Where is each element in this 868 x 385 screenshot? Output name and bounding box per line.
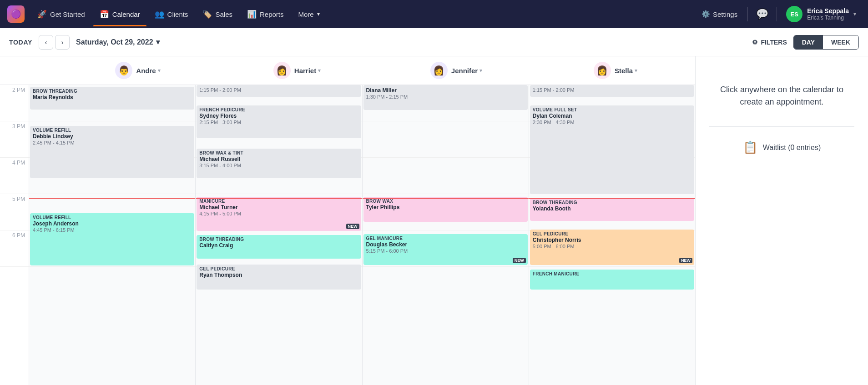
waitlist[interactable]: 📋 Waitlist (0 entries) (743, 140, 821, 155)
schedule-col-stella[interactable]: 1:15 PM - 2:00 PM VOLUME FULL SET Dylan … (529, 85, 695, 385)
filters-button[interactable]: ⚙ FILTERS (752, 39, 787, 46)
staff-label-andre: Andre (136, 67, 156, 75)
staff-label-stella: Stella (615, 67, 633, 75)
chevron-down-icon: ▾ (317, 11, 320, 17)
nav-get-started[interactable]: 🚀 Get Started (31, 6, 91, 23)
staff-chevron-andre: ▾ (158, 68, 161, 74)
settings-label: Settings (713, 10, 737, 18)
staff-col-stella[interactable]: 👩 Stella ▾ (536, 56, 695, 85)
staff-avatar-stella: 👩 (594, 62, 611, 79)
calendar-grid[interactable]: 2 PM 3 PM 4 PM 5 PM 6 PM BROW THREADIN (0, 85, 695, 385)
calendar-icon: 📅 (100, 10, 109, 19)
appt-manicure-michael-turner[interactable]: MANICURE Michael Turner 4:15 PM - 5:00 P… (197, 197, 361, 231)
navbar: 🟣 🚀 Get Started 📅 Calendar 👥 Clients 🏷️ … (0, 0, 868, 28)
schedule-col-harriet[interactable]: 1:15 PM - 2:00 PM FRENCH PEDICURE Sydney… (196, 85, 362, 385)
appt-volume-refill-joseph[interactable]: VOLUME REFILL Joseph Anderson 4:45 PM - … (30, 213, 194, 265)
nav-right: ⚙️ Settings 💬 ES Erica Seppala Erica's T… (696, 2, 861, 26)
staff-avatar-harriet: 👩 (273, 62, 291, 79)
schedule-col-andre[interactable]: BROW THREADING Maria Reynolds VOLUME REF… (29, 85, 196, 385)
avatar-initials: ES (791, 11, 798, 18)
appt-brow-threading-caitlyn[interactable]: BROW THREADING Caitlyn Craig (197, 235, 361, 259)
user-info: Erica Seppala Erica's Tanning (807, 7, 849, 21)
appt-brow-wax-tint-michael[interactable]: BROW WAX & TINT Michael Russell 3:15 PM … (197, 149, 361, 178)
staff-chevron-stella: ▾ (635, 68, 637, 74)
time-slot-6pm: 6 PM (0, 230, 29, 267)
nav-calendar[interactable]: 📅 Calendar (93, 6, 146, 23)
appt-diana-miller[interactable]: Diana Miller 1:30 PM - 2:15 PM (363, 85, 528, 110)
next-day-button[interactable]: › (55, 35, 70, 50)
today-button[interactable]: TODAY (9, 39, 32, 46)
chat-button[interactable]: 💬 (752, 5, 772, 24)
new-badge: NEW (346, 224, 359, 229)
nav-more-label: More (298, 10, 314, 18)
time-slot-2pm: 2 PM (0, 85, 29, 121)
right-panel: Click anywhere on the calendar to create… (695, 56, 868, 385)
filters-label: FILTERS (761, 39, 787, 46)
time-slot-3pm: 3 PM (0, 121, 29, 158)
staff-label-harriet: Harriet (294, 67, 316, 75)
nav-sales-label: Sales (215, 10, 232, 18)
view-toggle: DAY WEEK (793, 35, 859, 50)
appt-gel-manicure-douglas[interactable]: GEL MANICURE Douglas Becker 5:15 PM - 6:… (363, 234, 528, 265)
date-picker[interactable]: Saturday, Oct 29, 2022 ▾ (76, 38, 160, 46)
nav-get-started-label: Get Started (50, 10, 85, 18)
nav-more[interactable]: More ▾ (292, 7, 326, 22)
appt-brow-threading-maria[interactable]: BROW THREADING Maria Reynolds (30, 87, 194, 110)
time-slot-4pm: 4 PM (0, 158, 29, 194)
week-view-button[interactable]: WEEK (823, 35, 858, 49)
appt-volume-full-set-dylan[interactable]: VOLUME FULL SET Dylan Coleman 2:30 PM - … (530, 105, 694, 194)
rocket-icon: 🚀 (37, 10, 47, 19)
staff-avatar-jennifer: 👩 (430, 62, 448, 79)
user-menu[interactable]: ES Erica Seppala Erica's Tanning ▾ (782, 2, 861, 26)
staff-col-andre[interactable]: 👨 Andre ▾ (58, 56, 217, 85)
prev-day-button[interactable]: ‹ (39, 35, 53, 50)
calendar-area: 👨 Andre ▾ 👩 Harriet ▾ 👩 Jennifer ▾ (0, 56, 695, 385)
user-biz: Erica's Tanning (807, 15, 849, 21)
nav-reports-label: Reports (260, 10, 284, 18)
logo[interactable]: 🟣 (7, 5, 25, 23)
current-time-indicator (29, 198, 195, 199)
staff-avatar-andre: 👨 (115, 62, 132, 79)
appt-gel-pedicure-christopher[interactable]: GEL PEDICURE Christopher Norris 5:00 PM … (530, 230, 694, 265)
user-chevron-icon: ▾ (853, 11, 856, 17)
nav-reports[interactable]: 📊 Reports (241, 6, 290, 23)
filters-icon: ⚙ (752, 39, 758, 46)
current-time-indicator-stella (529, 198, 695, 199)
appt-brow-threading-yolanda[interactable]: BROW THREADING Yolanda Booth (530, 198, 694, 221)
staff-label-jennifer: Jennifer (451, 67, 478, 75)
appt-stella-1[interactable]: 1:15 PM - 2:00 PM (530, 85, 694, 97)
appt-brow-wax-tyler[interactable]: BROW WAX Tyler Phillips (363, 197, 528, 222)
staff-col-harriet[interactable]: 👩 Harriet ▾ (217, 56, 377, 85)
create-appointment-hint: Click anywhere on the calendar to create… (709, 84, 854, 108)
calendar-toolbar: TODAY ‹ › Saturday, Oct 29, 2022 ▾ ⚙ FIL… (0, 28, 868, 56)
content-area: 👨 Andre ▾ 👩 Harriet ▾ 👩 Jennifer ▾ (0, 56, 868, 385)
appt-french-manicure-stella[interactable]: FRENCH MANICURE (530, 270, 694, 290)
panel-divider (709, 126, 854, 127)
current-date: Saturday, Oct 29, 2022 (76, 38, 153, 46)
settings-button[interactable]: ⚙️ Settings (696, 6, 743, 22)
staff-col-jennifer[interactable]: 👩 Jennifer ▾ (377, 56, 536, 85)
nav-divider-2 (777, 7, 777, 21)
user-name: Erica Seppala (807, 7, 849, 15)
waitlist-label: Waitlist (0 entries) (763, 144, 821, 152)
current-time-indicator-jennifer (363, 198, 529, 199)
time-slot-5pm: 5 PM (0, 194, 29, 230)
appt-french-pedicure-sydney[interactable]: FRENCH PEDICURE Sydney Flores 2:15 PM - … (197, 105, 361, 138)
nav-clients-label: Clients (167, 10, 188, 18)
schedule-col-jennifer[interactable]: Diana Miller 1:30 PM - 2:15 PM BROW WAX … (363, 85, 529, 385)
staff-header: 👨 Andre ▾ 👩 Harriet ▾ 👩 Jennifer ▾ (0, 56, 695, 85)
appt-harriet-1[interactable]: 1:15 PM - 2:00 PM (197, 85, 361, 97)
current-time-indicator-harriet (196, 198, 362, 199)
appt-gel-pedicure-ryan[interactable]: GEL PEDICURE Ryan Thompson (197, 265, 361, 290)
time-column: 2 PM 3 PM 4 PM 5 PM 6 PM (0, 85, 29, 385)
new-badge-stella: NEW (679, 258, 692, 263)
staff-chevron-harriet: ▾ (318, 68, 321, 74)
day-view-button[interactable]: DAY (794, 35, 823, 49)
staff-name-andre: Andre ▾ (136, 67, 160, 75)
staff-name-harriet: Harriet ▾ (294, 67, 321, 75)
avatar: ES (786, 6, 802, 22)
nav-sales[interactable]: 🏷️ Sales (196, 6, 239, 23)
waitlist-icon: 📋 (743, 140, 757, 155)
nav-clients[interactable]: 👥 Clients (148, 6, 195, 23)
appt-volume-refill-debbie[interactable]: VOLUME REFILL Debbie Lindsey 2:45 PM - 4… (30, 126, 194, 178)
